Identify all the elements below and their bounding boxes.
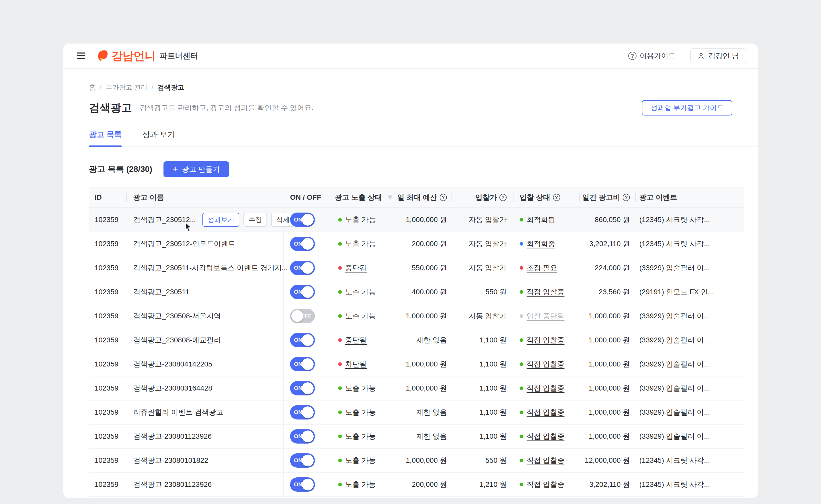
table-row: 102359검색광고-230803164428ON노출 가능1,000,000 …	[89, 376, 744, 401]
onoff-toggle[interactable]: ON	[290, 357, 315, 371]
ad-name-text[interactable]: 검색광고-230803164428	[133, 383, 212, 393]
bid-status-text[interactable]: 직접 입찰중	[527, 335, 565, 345]
daily-budget-value: 1,000,000 원	[406, 215, 447, 225]
tab-performance[interactable]: 성과 보기	[142, 129, 175, 146]
question-circle-icon[interactable]: ?	[553, 194, 560, 201]
bid-status-text[interactable]: 직접 입찰중	[527, 432, 565, 441]
gray-status-dot	[520, 314, 523, 318]
cell-daily-cost: 1,000,000 원	[580, 352, 636, 376]
cell-exposure-status: 노출 가능	[329, 232, 395, 256]
ad-name-text[interactable]: 검색광고-230801123926	[133, 480, 212, 489]
brand-logo[interactable]: 강남언니 파트너센터	[97, 48, 198, 64]
ad-name-text[interactable]: 검색광고_230511	[133, 287, 189, 297]
daily-cost-value: 1,000,000 원	[589, 432, 630, 441]
ad-name-text[interactable]: 리쥬란힐러 이벤트 검색광고	[133, 407, 223, 417]
bid-status-text[interactable]: 직접 입찰중	[527, 287, 565, 297]
table-row: 102359검색광고-230801123926ON노출 가능200,000 원1…	[89, 473, 744, 497]
ad-name-text[interactable]: 검색광고_230512...	[133, 215, 196, 225]
onoff-toggle[interactable]: ON	[290, 453, 315, 468]
breadcrumb-home[interactable]: 홈	[89, 83, 96, 92]
bid-status-text[interactable]: 최적화중	[527, 239, 555, 249]
ad-name-text[interactable]: 검색광고_230512-인모드이벤트	[133, 239, 235, 249]
toggle-label: ON	[294, 361, 302, 367]
col-header-event: 광고 이벤트	[636, 187, 744, 207]
create-ad-button[interactable]: + 광고 만들기	[163, 161, 229, 177]
onoff-toggle[interactable]: ON	[290, 285, 315, 299]
performance-guide-button[interactable]: 성과형 부가광고 가이드	[642, 100, 732, 115]
question-circle-icon[interactable]: ?	[440, 194, 447, 201]
tab-bar: 광고 목록 성과 보기	[89, 129, 758, 147]
cell-ad-id: 102359	[89, 473, 126, 496]
usage-guide-label: 이용가이드	[640, 51, 676, 61]
green-status-dot	[338, 435, 342, 438]
ad-name-text[interactable]: 검색광고_230808-애교필러	[133, 335, 221, 345]
exposure-status-text[interactable]: 중단됨	[345, 335, 367, 345]
ad-name-text[interactable]: 검색광고-230801123926	[133, 432, 212, 441]
onoff-toggle[interactable]: ON	[290, 333, 315, 347]
cell-exposure-status: 중단됨	[329, 256, 395, 280]
bid-price-value: 1,100 원	[480, 359, 507, 369]
ad-name-text[interactable]: 검색광고_230508-서울지역	[133, 311, 221, 321]
edit-button[interactable]: 수정	[243, 213, 267, 227]
green-status-dot	[520, 218, 523, 222]
cell-bid-status: 직접 입찰중	[514, 280, 580, 304]
bid-status-text[interactable]: 입찰 중단됨	[527, 311, 565, 321]
brand-name: 강남언니	[111, 48, 155, 64]
ad-event-text: (12345) 시크릿 사각...	[639, 215, 710, 225]
exposure-status-text[interactable]: 차단됨	[345, 359, 367, 369]
cell-daily-budget: 1,000,000 원	[395, 449, 452, 472]
question-circle-icon[interactable]: ?	[623, 194, 630, 201]
onoff-toggle[interactable]: ON	[290, 213, 315, 227]
bid-status-text[interactable]: 최적화됨	[527, 215, 555, 225]
cell-daily-budget: 400,000 원	[395, 280, 452, 304]
bid-status-text[interactable]: 직접 입찰중	[527, 383, 565, 393]
ad-id: 102359	[95, 408, 118, 416]
bid-status-text[interactable]: 직접 입찰중	[527, 456, 565, 465]
ad-name-text[interactable]: 검색광고-230804142205	[133, 359, 212, 369]
col-header-id: ID	[89, 187, 126, 207]
bid-status-text[interactable]: 직접 입찰중	[527, 480, 565, 489]
green-status-dot	[338, 290, 342, 294]
onoff-toggle[interactable]: ON	[290, 477, 315, 492]
cell-ad-event: (12345) 시크릿 사각...	[636, 208, 744, 232]
cell-daily-budget: 550,000 원	[395, 256, 452, 280]
cell-daily-budget: 1,000,000 원	[395, 352, 452, 376]
ad-name-text[interactable]: 검색광고-23080101822	[133, 456, 208, 465]
green-status-dot	[338, 483, 342, 486]
user-menu-button[interactable]: 김강언 님	[690, 48, 746, 63]
bid-status-text[interactable]: 직접 입찰중	[527, 407, 565, 417]
col-header-bid: 입찰가?	[452, 187, 514, 207]
cell-ad-event: (33929) 입술필러 이...	[636, 352, 744, 376]
onoff-toggle[interactable]: ON	[290, 429, 315, 444]
ad-id: 102359	[95, 480, 118, 489]
cell-daily-budget: 200,000 원	[395, 232, 452, 256]
cell-daily-budget: 제한 없음	[395, 425, 452, 448]
onoff-toggle[interactable]: ON	[290, 381, 315, 395]
col-header-exposure: 광고 노출 상태	[329, 187, 395, 207]
onoff-toggle[interactable]: ON	[290, 261, 315, 275]
onoff-toggle[interactable]: OFF	[290, 309, 315, 323]
question-circle-icon[interactable]: ?	[500, 194, 507, 201]
cell-exposure-status: 노출 가능	[329, 425, 395, 448]
usage-guide-link[interactable]: ? 이용가이드	[628, 51, 676, 61]
cell-bid-price: 1,100 원	[452, 352, 514, 376]
bid-status-text[interactable]: 직접 입찰중	[527, 359, 565, 369]
view-performance-button[interactable]: 성과보기	[202, 213, 239, 227]
toggle-knob	[291, 310, 303, 322]
bid-status-text[interactable]: 조정 필요	[527, 263, 557, 273]
tab-ad-list[interactable]: 광고 목록	[89, 129, 122, 146]
ad-name-text[interactable]: 검색광고_230511-사각턱보톡스 이벤트 경기지...	[133, 263, 288, 273]
ad-event-text: (33929) 입술필러 이...	[639, 359, 710, 369]
ad-id: 102359	[95, 216, 118, 224]
daily-budget-value: 제한 없음	[416, 407, 447, 417]
breadcrumb-addon-ads[interactable]: 부가광고 관리	[106, 83, 147, 92]
cell-bid-price: 1,100 원	[452, 425, 514, 448]
onoff-toggle[interactable]: ON	[290, 237, 315, 251]
green-status-dot	[520, 362, 523, 366]
exposure-status-text[interactable]: 중단됨	[345, 263, 367, 273]
filter-funnel-icon[interactable]	[387, 194, 393, 201]
toggle-knob	[302, 406, 314, 418]
menu-icon[interactable]	[77, 53, 85, 59]
onoff-toggle[interactable]: ON	[290, 405, 315, 419]
cell-bid-price: 550 원	[452, 280, 514, 304]
